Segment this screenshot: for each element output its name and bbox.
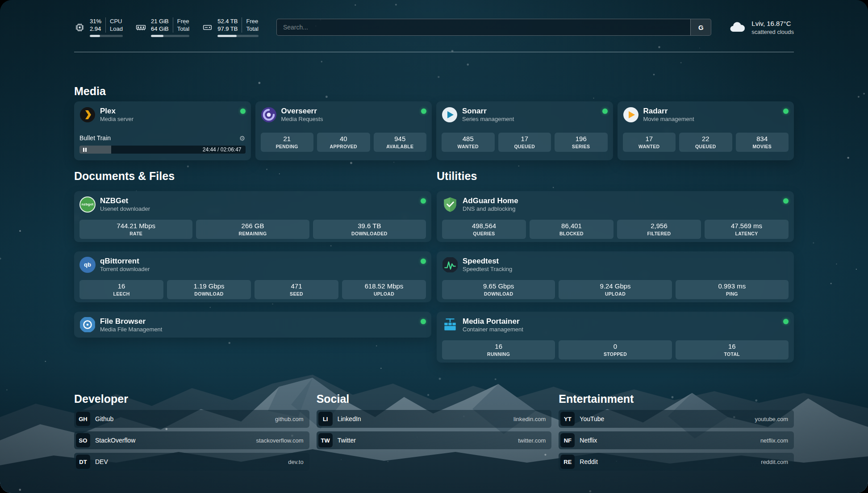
- bookmark-name: Reddit: [580, 458, 756, 465]
- speedtest-icon: [442, 257, 458, 273]
- app-card-overseerr[interactable]: Overseerr Media Requests 21 PENDING 40 A…: [255, 101, 432, 160]
- system-stats: 31% 2.94 CPU Load: [74, 17, 259, 37]
- bookmark-name: Twitter: [338, 437, 513, 444]
- stat-value: 196: [555, 134, 607, 143]
- stat-box: 9.65 Gbps DOWNLOAD: [442, 280, 555, 299]
- stat-box: 266 GB REMAINING: [196, 220, 309, 239]
- bookmark-row-netflix[interactable]: NF Netflix netflix.com: [559, 431, 794, 449]
- app-card-qbittorrent[interactable]: qb qBittorrent Torrent downloader 16: [74, 251, 431, 302]
- app-name: Radarr: [643, 106, 779, 116]
- app-desc: Media Requests: [281, 116, 417, 123]
- app-card-nzbget[interactable]: nzbget NZBGet Usenet downloader 744.21 M…: [74, 191, 431, 242]
- status-online-dot: [783, 319, 789, 324]
- stat-box: 834 MOVIES: [736, 133, 789, 152]
- app-card-speedtest[interactable]: Speedtest Speedtest Tracking 9.65 Gbps D…: [437, 251, 794, 302]
- app-desc: DNS and adblocking: [463, 205, 779, 213]
- app-name: File Browser: [100, 317, 416, 326]
- stat-value: 266 GB: [197, 221, 308, 230]
- stat-label: MOVIES: [737, 143, 788, 150]
- disk-icon: [202, 22, 213, 33]
- sonarr-icon: [442, 107, 458, 123]
- bookmark-name: LinkedIn: [338, 415, 509, 422]
- stat-label: RATE: [80, 230, 192, 237]
- stat-value: 17: [499, 134, 551, 143]
- plex-icon: [79, 107, 96, 123]
- app-name: Overseerr: [281, 106, 417, 116]
- bookmark-url: dev.to: [288, 459, 303, 465]
- app-name: AdGuard Home: [463, 196, 779, 205]
- app-desc: Torrent downloader: [100, 266, 416, 273]
- bookmark-icon: NF: [560, 433, 575, 447]
- bookmark-row-reddit[interactable]: RE Reddit reddit.com: [559, 453, 794, 471]
- stat-label: FILTERED: [618, 230, 700, 237]
- bookmark-name: StackOverflow: [95, 437, 251, 444]
- app-card-radarr[interactable]: Radarr Movie management 17 WANTED 22 QUE…: [618, 101, 794, 160]
- stat-label: UPLOAD: [559, 291, 671, 297]
- stat-box: 22 QUEUED: [679, 133, 732, 152]
- status-online-dot: [421, 109, 426, 114]
- stat-label: REMAINING: [197, 230, 308, 237]
- app-card-sonarr[interactable]: Sonarr Series management 485 WANTED 17 Q…: [436, 101, 613, 160]
- gear-icon[interactable]: ⚙: [239, 135, 245, 142]
- section-utilities: Utilities: [437, 169, 794, 363]
- stat-value: 945: [375, 134, 426, 143]
- stat-label: RUNNING: [443, 351, 554, 357]
- app-name: Sonarr: [462, 106, 598, 116]
- portainer-icon: [442, 317, 458, 333]
- memory-progress-bar: [151, 35, 189, 37]
- bookmark-row-linkedin[interactable]: LI LinkedIn linkedin.com: [317, 410, 552, 428]
- bookmark-icon: TW: [318, 433, 333, 447]
- bookmark-url: netflix.com: [760, 437, 788, 444]
- stat-value: 47.569 ms: [705, 221, 788, 230]
- stat-value: 16: [676, 342, 788, 351]
- stat-value: 22: [680, 134, 731, 143]
- stat-label: APPROVED: [318, 143, 369, 150]
- stat-value: 744.21 Mbps: [80, 221, 192, 230]
- search-input[interactable]: [277, 19, 690, 35]
- stat-box: 618.52 Mbps UPLOAD: [342, 280, 426, 299]
- pause-icon[interactable]: [83, 148, 87, 152]
- search-engine-button[interactable]: G: [690, 19, 711, 35]
- playback-progress-bar: 24:44 / 02:06:47: [79, 146, 246, 154]
- stat-box: 47.569 ms LATENCY: [705, 220, 789, 239]
- topbar: 31% 2.94 CPU Load: [74, 16, 794, 38]
- app-desc: Series management: [462, 116, 598, 123]
- app-name: Speedtest: [463, 256, 789, 266]
- stat-value: 2,956: [618, 221, 700, 230]
- stat-box: 471 SEED: [255, 280, 338, 299]
- weather-widget: Lviv, 16.87°C scattered clouds: [729, 19, 794, 36]
- status-online-dot: [783, 109, 789, 114]
- memory-free-label: Free: [177, 17, 189, 25]
- status-online-dot: [783, 198, 789, 204]
- bookmark-row-stackoverflow[interactable]: SO StackOverflow stackoverflow.com: [74, 431, 309, 449]
- app-name: Media Portainer: [463, 317, 779, 326]
- app-name: NZBGet: [100, 196, 416, 205]
- bookmark-row-dev[interactable]: DT DEV dev.to: [74, 453, 309, 471]
- stat-value: 485: [442, 134, 494, 143]
- bookmark-row-github[interactable]: GH Github github.com: [74, 410, 309, 428]
- radarr-icon: [623, 107, 639, 123]
- search-bar[interactable]: G: [276, 19, 711, 36]
- now-playing-title: Bullet Train: [79, 134, 111, 142]
- status-online-dot: [421, 198, 426, 204]
- cpu-load-value: 2.94: [90, 25, 101, 33]
- playback-time: 24:44 / 02:06:47: [203, 146, 242, 153]
- app-card-filebrowser[interactable]: File Browser Media File Management: [74, 312, 431, 338]
- app-name: Plex: [100, 106, 236, 116]
- stat-label: TOTAL: [676, 351, 788, 357]
- bookmark-row-twitter[interactable]: TW Twitter twitter.com: [317, 431, 552, 449]
- stat-label: PING: [676, 291, 788, 297]
- stat-label: UPLOAD: [343, 291, 425, 297]
- app-card-portainer[interactable]: Media Portainer Container management 16 …: [437, 312, 794, 363]
- app-card-plex[interactable]: Plex Media server Bullet Train ⚙ 24:44 /…: [74, 101, 251, 160]
- stat-label: QUEUED: [680, 143, 731, 150]
- app-card-adguard[interactable]: AdGuard Home DNS and adblocking 498,564 …: [437, 191, 794, 242]
- bookmark-icon: LI: [318, 412, 333, 426]
- bookmark-url: reddit.com: [761, 459, 788, 465]
- cpu-load-label: Load: [110, 25, 123, 33]
- bookmark-row-youtube[interactable]: YT YouTube youtube.com: [559, 410, 794, 428]
- header-divider: [74, 52, 794, 52]
- app-desc: Container management: [463, 326, 779, 333]
- bookmark-url: twitter.com: [518, 437, 546, 444]
- stat-label: LEECH: [80, 291, 163, 297]
